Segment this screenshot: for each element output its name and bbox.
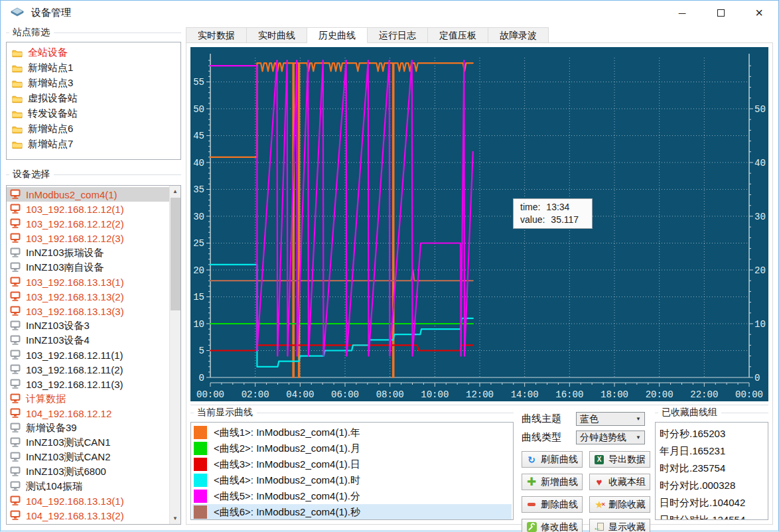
content-panel: 实时数据实时曲线历史曲线运行日志定值压板故障录波 051015202530354… <box>184 25 778 530</box>
refresh-button[interactable]: ↻刷新曲线 <box>522 451 583 468</box>
device-item-label: 104_192.168.13.13(3) <box>26 525 124 525</box>
legend-row[interactable]: <曲线6>: InModbus2_com4(1).秒 <box>192 504 512 520</box>
history-chart[interactable]: 05101520253035404550550102030405000:0002… <box>190 47 768 401</box>
curve-controls: 曲线主题 蓝色 ▼ 曲线类型 分钟趋势线 ▼ <box>514 407 655 520</box>
device-item[interactable]: InNZ103设备4 <box>7 333 169 348</box>
scroll-thumb[interactable] <box>171 198 180 310</box>
tab-故障录波[interactable]: 故障录波 <box>488 27 549 43</box>
site-item-label: 新增站点7 <box>28 138 73 151</box>
legend-row[interactable]: <曲线3>: InModbus2_com4(1).日 <box>192 456 512 472</box>
legend-row[interactable]: <曲线4>: InModbus2_com4(1).时 <box>192 472 512 488</box>
device-list-scrollbar[interactable]: ▲ ▼ <box>169 186 180 524</box>
curve-color-swatch <box>194 442 207 455</box>
favorite-group-item[interactable]: 时对比.235754 <box>660 460 764 477</box>
site-item[interactable]: 新增站点6 <box>8 121 179 137</box>
legend-row[interactable]: <曲线1>: InModbus2_com4(1).年 <box>192 425 512 440</box>
site-item[interactable]: 新增站点3 <box>8 76 179 91</box>
site-item-label: 转发设备站 <box>28 107 78 120</box>
theme-select[interactable]: 蓝色 ▼ <box>576 412 645 426</box>
site-item[interactable]: 虚拟设备站 <box>8 91 179 106</box>
maximize-button[interactable] <box>701 1 740 25</box>
legend-title: 当前显示曲线 <box>190 407 514 418</box>
device-item-label: InNZ103南自设备 <box>26 261 104 274</box>
svg-text:40: 40 <box>193 158 204 168</box>
scroll-down-icon[interactable]: ▼ <box>170 513 180 524</box>
favorite-group-item[interactable]: 日时分对比.124554 <box>660 511 764 520</box>
favorite-group-item[interactable]: 时分对比.000328 <box>660 477 764 494</box>
curve-buttons: ↻刷新曲线X导出数据✚新增曲线♥收藏本组删除曲线★✕删除收藏修改曲线←显示收藏 <box>522 451 648 532</box>
device-monitor-icon <box>10 218 21 229</box>
fav-show-button[interactable]: ←显示收藏 <box>589 519 650 532</box>
curve-color-swatch <box>194 426 207 439</box>
tab-实时数据[interactable]: 实时数据 <box>186 27 247 43</box>
favorite-group-item[interactable]: 日时分对比.104042 <box>660 494 764 511</box>
device-monitor-icon <box>10 350 21 360</box>
device-item[interactable]: 104_192.168.13.13(3) <box>7 523 169 525</box>
tab-定值压板[interactable]: 定值压板 <box>428 27 488 43</box>
device-items: InModbus2_com4(1)103_192.168.12.12(1)103… <box>7 187 169 525</box>
export-button[interactable]: X导出数据 <box>589 451 650 468</box>
device-monitor-icon <box>10 291 21 302</box>
legend-row[interactable]: <曲线2>: InModbus2_com4(1).月 <box>192 440 512 456</box>
device-item[interactable]: 103_192.168.12.11(1) <box>7 348 169 362</box>
device-item[interactable]: 新增设备39 <box>7 421 169 435</box>
favorite-group-item[interactable]: 时分秒.165203 <box>660 425 764 442</box>
device-monitor-icon <box>10 408 21 419</box>
device-item[interactable]: 103_192.168.12.12(2) <box>7 216 169 231</box>
device-item[interactable]: 103_192.168.13.13(2) <box>7 289 169 304</box>
curve-label: <曲线5>: InModbus2_com4(1).分 <box>214 490 360 503</box>
scroll-up-icon[interactable]: ▲ <box>170 186 180 197</box>
device-item[interactable]: InNZ103设备3 <box>7 318 169 333</box>
delete-button[interactable]: 删除曲线 <box>522 496 583 513</box>
edit-button[interactable]: 修改曲线 <box>522 519 583 532</box>
tab-历史曲线[interactable]: 历史曲线 <box>307 27 368 43</box>
svg-text:45: 45 <box>193 131 204 141</box>
device-item-label: InNZ103设备4 <box>26 334 90 347</box>
type-select[interactable]: 分钟趋势线 ▼ <box>576 431 645 444</box>
curve-label: <曲线3>: InModbus2_com4(1).日 <box>214 458 360 471</box>
device-item[interactable]: InNZ103测试6800 <box>7 464 169 479</box>
device-monitor-icon <box>10 364 21 375</box>
site-item[interactable]: 转发设备站 <box>8 106 179 121</box>
close-button[interactable]: × <box>740 1 778 25</box>
device-item[interactable]: 103_192.168.12.11(3) <box>7 377 169 391</box>
fav-del-button[interactable]: ★✕删除收藏 <box>589 496 650 513</box>
device-item-label: 新增设备39 <box>26 422 77 434</box>
site-item[interactable]: 新增站点7 <box>8 137 179 152</box>
fav-add-button[interactable]: ♥收藏本组 <box>589 474 650 490</box>
svg-text:20:00: 20:00 <box>646 389 673 400</box>
minimize-button[interactable]: ─ <box>663 1 701 25</box>
favorite-group-item[interactable]: 年月日.165231 <box>660 442 764 460</box>
device-item[interactable]: InNZ103测试CAN1 <box>7 435 169 450</box>
device-item[interactable]: InModbus2_com4(1) <box>7 187 169 202</box>
add-button[interactable]: ✚新增曲线 <box>522 474 583 490</box>
device-item[interactable]: InNZ103南自设备 <box>7 260 169 275</box>
legend-section: 当前显示曲线 <曲线1>: InModbus2_com4(1).年<曲线2>: … <box>190 407 514 520</box>
device-item[interactable]: 104_192.168.13.13(2) <box>7 508 169 523</box>
svg-text:20: 20 <box>193 265 204 276</box>
device-item[interactable]: 103_192.168.13.13(1) <box>7 275 169 289</box>
site-item[interactable]: 新增站点1 <box>8 60 179 76</box>
device-item[interactable]: 103_192.168.12.12(3) <box>7 231 169 245</box>
device-monitor-icon <box>10 466 21 477</box>
device-item-label: 103_192.168.13.13(3) <box>26 306 124 317</box>
device-item[interactable]: 103_192.168.12.12(1) <box>7 202 169 216</box>
tab-实时曲线[interactable]: 实时曲线 <box>247 27 307 43</box>
site-item[interactable]: 全站设备 <box>8 45 179 60</box>
device-item[interactable]: 103_192.168.12.11(2) <box>7 362 169 377</box>
svg-text:30: 30 <box>754 212 766 222</box>
device-item[interactable]: InNZ103振瑞设备 <box>7 245 169 260</box>
curve-label: <曲线6>: InModbus2_com4(1).秒 <box>214 506 360 519</box>
device-item-label: InNZ103测试CAN2 <box>26 451 111 464</box>
tab-运行日志[interactable]: 运行日志 <box>368 27 428 43</box>
device-item[interactable]: InNZ103测试CAN2 <box>7 450 169 464</box>
device-item[interactable]: 104_192.168.12.12 <box>7 406 169 421</box>
device-monitor-icon <box>10 379 21 389</box>
device-item[interactable]: 测试104振瑞 <box>7 479 169 494</box>
device-item[interactable]: 计算数据 <box>7 391 169 406</box>
device-item[interactable]: 104_192.168.13.13(1) <box>7 494 169 508</box>
legend-row[interactable]: <曲线5>: InModbus2_com4(1).分 <box>192 488 512 504</box>
favorite-heart-icon: ♥ <box>594 477 604 488</box>
folder-icon <box>12 139 23 150</box>
device-item[interactable]: 103_192.168.13.13(3) <box>7 304 169 318</box>
